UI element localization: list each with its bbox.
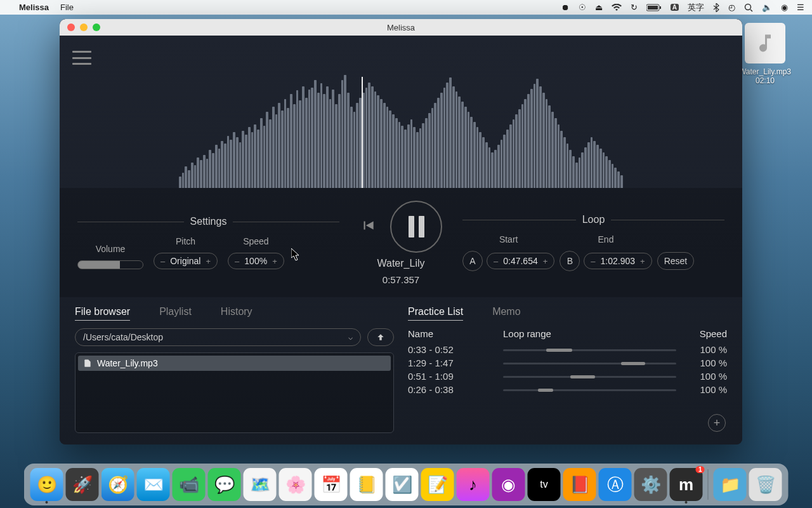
up-folder-button[interactable] bbox=[367, 328, 394, 346]
add-practice-button[interactable]: + bbox=[708, 414, 726, 432]
tab-memo[interactable]: Memo bbox=[492, 306, 520, 321]
bluetooth-icon[interactable] bbox=[713, 3, 719, 12]
titlebar[interactable]: Melissa bbox=[60, 19, 742, 36]
practice-row[interactable]: 0:33 - 0:52100 % bbox=[408, 343, 727, 356]
path-dropdown[interactable]: /Users/cata/Desktop ⌵ bbox=[75, 328, 361, 346]
dock-messages[interactable]: 💬 bbox=[208, 468, 241, 501]
clock-icon[interactable]: ◴ bbox=[728, 3, 735, 12]
ime-label[interactable]: 英字 bbox=[688, 2, 704, 13]
dock-reminders[interactable]: ☑️ bbox=[386, 468, 419, 501]
ime-badge-icon[interactable]: A bbox=[671, 4, 679, 11]
minimize-icon[interactable] bbox=[80, 23, 88, 31]
dock-trash[interactable]: 🗑️ bbox=[749, 468, 782, 501]
practice-name: 1:29 - 1:47 bbox=[408, 358, 503, 368]
plus-icon[interactable]: + bbox=[206, 257, 211, 266]
plus-icon[interactable]: + bbox=[640, 257, 645, 266]
window-title: Melissa bbox=[60, 23, 742, 32]
practice-range[interactable] bbox=[503, 387, 676, 392]
svg-point-3 bbox=[745, 4, 751, 10]
practice-range[interactable] bbox=[503, 347, 676, 352]
dock-podcasts[interactable]: ◉ bbox=[492, 468, 525, 501]
volume-slider[interactable] bbox=[77, 260, 143, 269]
timemachine-icon[interactable]: ↻ bbox=[631, 3, 638, 12]
dock-melissa[interactable]: m1 bbox=[670, 468, 703, 501]
battery-icon[interactable] bbox=[646, 4, 662, 11]
playhead[interactable] bbox=[362, 77, 363, 188]
volume-icon[interactable]: 🔈 bbox=[762, 3, 772, 12]
dock-facetime[interactable]: 📹 bbox=[173, 468, 206, 501]
tab-playlist[interactable]: Playlist bbox=[159, 306, 192, 321]
dock-books[interactable]: 📕 bbox=[563, 468, 596, 501]
dock-launchpad[interactable]: 🚀 bbox=[66, 468, 99, 501]
dock-notes[interactable]: 📝 bbox=[421, 468, 454, 501]
minus-icon[interactable]: – bbox=[591, 257, 595, 266]
close-icon[interactable] bbox=[67, 23, 75, 31]
siri-icon[interactable]: ◉ bbox=[781, 3, 788, 12]
minus-icon[interactable]: – bbox=[160, 257, 165, 266]
eject-icon[interactable]: ⏏ bbox=[595, 3, 603, 12]
dock-maps[interactable]: 🗺️ bbox=[244, 468, 277, 501]
file-row[interactable]: Water_Lily.mp3 bbox=[78, 356, 391, 371]
practice-speed: 100 % bbox=[676, 384, 727, 395]
accessibility-icon[interactable]: ☉ bbox=[579, 3, 586, 12]
tab-history[interactable]: History bbox=[221, 306, 252, 321]
music-file-icon bbox=[745, 23, 785, 64]
speed-control[interactable]: –100%+ bbox=[228, 253, 284, 269]
practice-panel: Practice List Memo Name Loop range Speed… bbox=[408, 306, 727, 433]
track-time: 0:57.357 bbox=[383, 274, 419, 285]
loop-start-control[interactable]: –0:47.654+ bbox=[487, 253, 554, 269]
desktop-file[interactable]: Water_Lily.mp3 02:10 bbox=[736, 23, 794, 85]
dock-mail[interactable]: ✉️ bbox=[137, 468, 170, 501]
spotlight-icon[interactable] bbox=[744, 3, 753, 12]
dock: 🙂 🚀 🧭 ✉️ 📹 💬 🗺️ 🌸 📅 📒 ☑️ 📝 ♪ ◉ tv 📕 Ⓐ ⚙️… bbox=[24, 464, 789, 505]
pitch-label: Pitch bbox=[176, 236, 195, 246]
loop-b-button[interactable]: B bbox=[560, 251, 580, 271]
screen-record-icon[interactable]: ⏺ bbox=[561, 3, 570, 12]
practice-row[interactable]: 0:51 - 1:09100 % bbox=[408, 370, 727, 383]
minus-icon[interactable]: – bbox=[494, 257, 498, 266]
dock-appstore[interactable]: Ⓐ bbox=[599, 468, 632, 501]
waveform[interactable] bbox=[71, 58, 731, 188]
settings-title: Settings bbox=[190, 216, 227, 227]
practice-name: 0:51 - 1:09 bbox=[408, 371, 503, 382]
dock-tv[interactable]: tv bbox=[528, 468, 561, 501]
volume-label: Volume bbox=[96, 244, 126, 254]
chevron-down-icon: ⌵ bbox=[348, 333, 353, 342]
dock-calendar[interactable]: 📅 bbox=[315, 468, 348, 501]
loop-end-control[interactable]: –1:02.903+ bbox=[584, 253, 652, 269]
dock-music[interactable]: ♪ bbox=[457, 468, 490, 501]
plus-icon[interactable]: + bbox=[272, 257, 277, 266]
wifi-icon[interactable] bbox=[612, 4, 622, 11]
app-name[interactable]: Melissa bbox=[19, 3, 49, 12]
practice-speed: 100 % bbox=[676, 358, 727, 368]
previous-button[interactable] bbox=[360, 217, 376, 236]
menu-file[interactable]: File bbox=[60, 3, 74, 12]
notification-center-icon[interactable]: ☰ bbox=[797, 3, 804, 12]
dock-photos[interactable]: 🌸 bbox=[279, 468, 312, 501]
loop-a-button[interactable]: A bbox=[462, 251, 483, 271]
speed-label: Speed bbox=[243, 236, 268, 246]
tab-file-browser[interactable]: File browser bbox=[75, 306, 130, 321]
practice-row[interactable]: 1:29 - 1:47100 % bbox=[408, 356, 727, 370]
svg-rect-2 bbox=[660, 6, 661, 9]
tab-practice-list[interactable]: Practice List bbox=[408, 306, 463, 321]
app-window: Melissa Settings Volume Pitch – bbox=[60, 19, 742, 444]
practice-range[interactable] bbox=[503, 374, 676, 379]
file-browser-panel: File browser Playlist History /Users/cat… bbox=[75, 306, 394, 433]
fullscreen-icon[interactable] bbox=[93, 23, 100, 31]
pause-button[interactable] bbox=[390, 201, 442, 253]
menubar: Melissa File ⏺ ☉ ⏏ ↻ A 英字 ◴ 🔈 ◉ ☰ bbox=[0, 0, 812, 15]
practice-row[interactable]: 0:26 - 0:38100 % bbox=[408, 383, 727, 396]
file-list[interactable]: Water_Lily.mp3 bbox=[75, 352, 394, 433]
dock-finder[interactable]: 🙂 bbox=[30, 468, 63, 501]
dock-settings[interactable]: ⚙️ bbox=[634, 468, 667, 501]
loop-reset-button[interactable]: Reset bbox=[657, 252, 695, 270]
dock-downloads[interactable]: 📁 bbox=[714, 468, 747, 501]
dock-safari[interactable]: 🧭 bbox=[102, 468, 134, 501]
minus-icon[interactable]: – bbox=[235, 257, 239, 266]
practice-range[interactable] bbox=[503, 361, 676, 366]
dock-contacts[interactable]: 📒 bbox=[350, 468, 383, 501]
pitch-control[interactable]: –Original+ bbox=[154, 253, 218, 269]
plus-icon[interactable]: + bbox=[543, 257, 548, 266]
loop-title: Loop bbox=[582, 214, 605, 225]
